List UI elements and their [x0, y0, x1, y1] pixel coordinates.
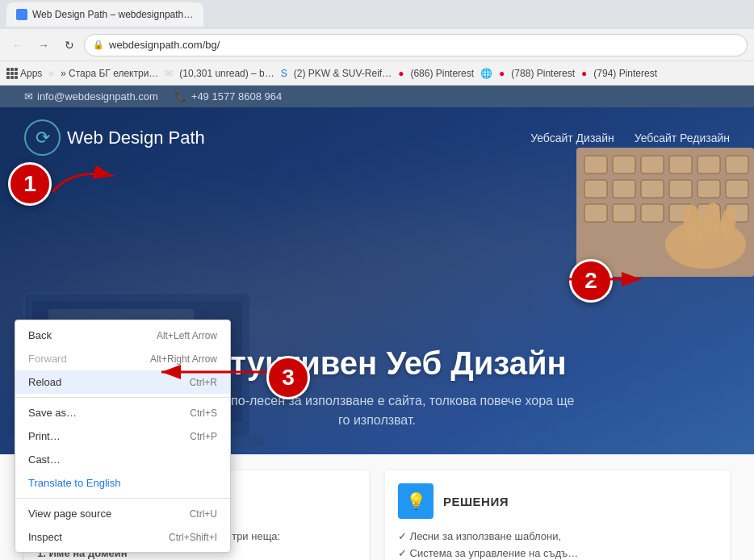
nav-link-redesign[interactable]: Уебсайт Редизайн [635, 132, 730, 144]
address-text: webdesignpath.com/bg/ [109, 39, 220, 51]
bookmark-globe[interactable]: 🌐 [480, 68, 492, 79]
ctx-translate-label: Translate to English [28, 477, 120, 489]
reload-button[interactable]: ↻ [58, 34, 81, 56]
ctx-save[interactable]: Save as… Ctrl+S [15, 401, 230, 424]
ctx-reload-label: Reload [28, 376, 61, 388]
bookmark-4[interactable]: (2) PKW & SUV-Reif… [294, 68, 392, 79]
apps-grid-icon [6, 68, 18, 79]
ctx-back-shortcut: Alt+Left Arrow [157, 330, 217, 341]
nav-bar: ← → ↻ 🔒 webdesignpath.com/bg/ [0, 29, 754, 61]
card-solutions-icon: 💡 [398, 483, 434, 519]
phone-icon: 📞 [174, 90, 187, 102]
svg-rect-21 [584, 204, 607, 222]
svg-rect-15 [584, 180, 607, 198]
logo-text: Web Design Path [67, 127, 205, 148]
context-menu: Back Alt+Left Arrow Forward Alt+Right Ar… [15, 320, 231, 553]
site-top-bar: ✉ info@webdesignpath.com 📞 +49 1577 8608… [0, 86, 754, 107]
address-bar[interactable]: 🔒 webdesignpath.com/bg/ [84, 34, 748, 56]
bookmark-separator: » [48, 68, 54, 79]
bookmark-sep-2: ✉ [165, 68, 173, 79]
ctx-forward-label: Forward [28, 353, 67, 365]
bookmark-2[interactable]: (10,301 unread) – b… [179, 68, 274, 79]
svg-rect-17 [641, 180, 664, 198]
ctx-inspect-shortcut: Ctrl+Shift+I [169, 532, 217, 543]
svg-rect-18 [669, 180, 692, 198]
ctx-back[interactable]: Back Alt+Left Arrow [15, 324, 230, 347]
hero-subtitle: Колкото по-лесен за използване е сайта, … [175, 391, 579, 430]
bookmark-1[interactable]: » Стара БГ електри… [61, 68, 158, 79]
ctx-sep-1 [15, 397, 230, 398]
card-solutions-header: 💡 РЕШЕНИЯ [398, 483, 717, 519]
card-solutions-text: ✓ Лесни за използване шаблони, ✓ Система… [398, 529, 717, 560]
bookmarks-bar: Apps » » Стара БГ електри… ✉ (10,301 unr… [0, 61, 754, 86]
ctx-inspect-label: Inspect [28, 531, 62, 543]
annotation-1: 1 [8, 162, 52, 206]
ctx-inspect[interactable]: Inspect Ctrl+Shift+I [15, 525, 230, 549]
apps-label: Apps [20, 68, 42, 79]
bookmark-6[interactable]: (788) Pinterest [511, 68, 575, 79]
nav-link-design[interactable]: Уебсайт Дизайн [530, 132, 614, 144]
bookmarks-apps[interactable]: Apps [6, 68, 42, 79]
ctx-view-source[interactable]: View page source Ctrl+U [15, 502, 230, 525]
ctx-sep-2 [15, 498, 230, 499]
arrow-2-svg [560, 263, 657, 295]
arrow-1-svg [48, 160, 129, 200]
ctx-view-source-label: View page source [28, 508, 111, 520]
card-solutions: 💡 РЕШЕНИЯ ✓ Лесни за използване шаблони,… [385, 470, 730, 560]
email-contact: ✉ info@webdesignpath.com [24, 90, 158, 102]
site-nav: Web Design Path Уебсайт Дизайн Уебсайт Р… [0, 107, 754, 168]
tab-title: Web Design Path – webdesignpath.com/bg/ [32, 9, 194, 20]
svg-rect-19 [697, 180, 720, 198]
active-tab[interactable]: Web Design Path – webdesignpath.com/bg/ [6, 2, 203, 27]
lock-icon: 🔒 [93, 40, 104, 50]
ctx-cast-label: Cast… [28, 453, 61, 466]
bookmark-pinterest-2[interactable]: ● [499, 68, 505, 79]
card-solutions-title: РЕШЕНИЯ [443, 495, 509, 508]
ctx-print[interactable]: Print… Ctrl+P [15, 424, 230, 448]
tab-favicon [16, 9, 27, 20]
logo-icon [24, 119, 61, 156]
svg-rect-16 [613, 180, 635, 198]
website-area: ✉ info@webdesignpath.com 📞 +49 1577 8608… [0, 86, 754, 560]
svg-rect-20 [726, 180, 748, 198]
svg-rect-22 [613, 204, 635, 222]
ctx-print-label: Print… [28, 430, 61, 442]
tab-bar: Web Design Path – webdesignpath.com/bg/ [0, 0, 754, 29]
svg-rect-23 [641, 204, 664, 222]
bookmark-pinterest-1[interactable]: ● [398, 68, 404, 79]
phone-contact: 📞 +49 1577 8608 964 [174, 90, 282, 102]
bookmark-5[interactable]: (686) Pinterest [410, 68, 474, 79]
ctx-translate[interactable]: Translate to English [15, 471, 230, 495]
browser-chrome: Web Design Path – webdesignpath.com/bg/ … [0, 0, 754, 86]
ctx-save-label: Save as… [28, 407, 77, 419]
site-logo: Web Design Path [24, 119, 514, 156]
arrow-3-svg [145, 360, 274, 384]
bookmark-7[interactable]: (794) Pinterest [593, 68, 657, 79]
email-icon: ✉ [24, 90, 33, 102]
ctx-cast[interactable]: Cast… [15, 448, 230, 471]
ctx-save-shortcut: Ctrl+S [190, 407, 217, 419]
ctx-back-label: Back [28, 329, 52, 341]
ctx-view-source-shortcut: Ctrl+U [190, 508, 217, 520]
back-button[interactable]: ← [6, 34, 29, 56]
ctx-print-shortcut: Ctrl+P [190, 431, 217, 442]
nav-links: Уебсайт Дизайн Уебсайт Редизайн [530, 132, 730, 144]
bookmark-pinterest-3[interactable]: ● [581, 68, 587, 79]
bookmark-3[interactable]: S [281, 68, 287, 79]
forward-button[interactable]: → [32, 34, 55, 56]
